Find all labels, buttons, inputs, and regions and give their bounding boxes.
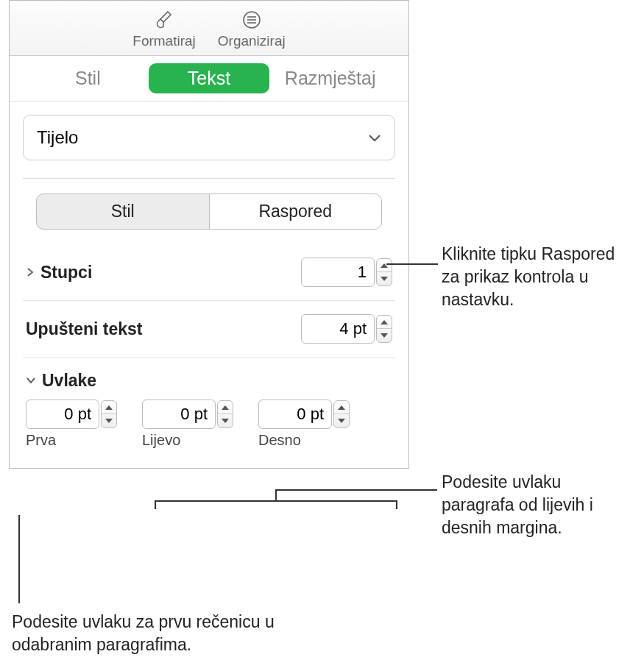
callout-bracket	[275, 489, 437, 491]
stepper-up[interactable]	[218, 401, 233, 414]
stepper-down[interactable]	[334, 414, 349, 427]
tab-style[interactable]: Stil	[27, 63, 149, 93]
subtab-layout[interactable]: Raspored	[210, 194, 382, 229]
indent-first-stepper	[101, 400, 117, 428]
stepper-down[interactable]	[102, 414, 116, 427]
text-subtabs: Stil Raspored	[36, 194, 382, 230]
indents-header: Uvlake	[23, 358, 395, 400]
tab-layout[interactable]: Razmještaj	[269, 63, 391, 93]
indent-first: Prva	[26, 400, 117, 449]
stepper-up[interactable]	[377, 316, 392, 329]
indent-right-input[interactable]	[258, 400, 332, 429]
format-panel: Formatiraj Organiziraj Stil Tekst Razmje…	[9, 0, 409, 469]
indent-right: Desno	[258, 400, 350, 449]
indent-left-input[interactable]	[142, 400, 216, 429]
indent-right-stepper	[333, 400, 350, 428]
stepper-up[interactable]	[377, 259, 392, 272]
dropcap-label: Upušteni tekst	[26, 319, 142, 339]
indents-label: Uvlake	[42, 371, 96, 391]
subtab-style[interactable]: Stil	[37, 194, 210, 229]
format-button[interactable]: Formatiraj	[132, 8, 196, 49]
format-tabs: Stil Tekst Razmještaj	[10, 56, 408, 102]
callout-bracket	[275, 489, 277, 500]
columns-label: Stupci	[40, 263, 92, 283]
callout-layout-button: Kliknite tipku Raspored za prikaz kontro…	[442, 243, 633, 311]
dropcap-stepper	[301, 314, 392, 344]
toolbar: Formatiraj Organiziraj	[10, 1, 408, 56]
callout-first-line: Podesite uvlaku za prvu rečenicu u odabr…	[12, 611, 321, 656]
stepper-up[interactable]	[334, 401, 349, 414]
organize-icon	[240, 8, 263, 32]
chevron-down-icon[interactable]	[26, 376, 36, 386]
stepper-down[interactable]	[377, 329, 392, 342]
indent-left-label: Lijevo	[142, 432, 180, 449]
callout-line	[18, 515, 20, 603]
indent-left-stepper	[217, 400, 233, 428]
indent-first-label: Prva	[26, 432, 56, 449]
organize-label: Organiziraj	[218, 33, 286, 49]
columns-input[interactable]	[301, 258, 375, 287]
stepper-down[interactable]	[218, 414, 233, 427]
paragraph-style-value: Tijelo	[37, 127, 78, 148]
callout-bracket	[396, 500, 397, 509]
indent-right-label: Desno	[258, 432, 301, 449]
chevron-down-icon	[368, 133, 381, 142]
tab-text[interactable]: Tekst	[149, 63, 270, 93]
format-label: Formatiraj	[132, 33, 196, 49]
paragraph-style-dropdown[interactable]: Tijelo	[23, 115, 395, 160]
brush-icon	[152, 8, 176, 32]
stepper-down[interactable]	[377, 272, 392, 285]
callout-margins: Podesite uvlaku paragrafa od lijevih i d…	[442, 471, 633, 539]
callout-line	[386, 263, 438, 265]
callout-bracket	[155, 500, 397, 502]
columns-stepper-buttons	[376, 258, 392, 286]
stepper-up[interactable]	[102, 401, 116, 414]
indent-first-input[interactable]	[26, 400, 99, 429]
dropcap-stepper-buttons	[376, 315, 392, 343]
dropcap-input[interactable]	[301, 314, 375, 344]
chevron-right-icon[interactable]	[26, 267, 36, 277]
columns-row: Stupci	[23, 244, 395, 301]
indent-controls: Prva Lijevo	[23, 400, 395, 449]
dropcap-row: Upušteni tekst	[23, 301, 395, 358]
columns-stepper	[301, 258, 392, 287]
organize-button[interactable]: Organiziraj	[218, 8, 286, 49]
content-area: Tijelo Stil Raspored Stupci	[10, 102, 408, 468]
callout-bracket	[155, 500, 156, 509]
indent-left: Lijevo	[142, 400, 233, 449]
